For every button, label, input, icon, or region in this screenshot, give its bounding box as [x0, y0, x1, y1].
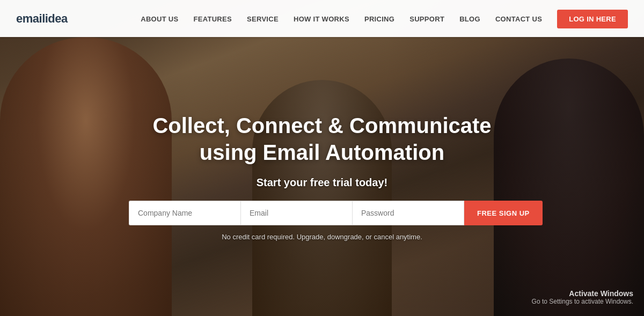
nav-link-pricing[interactable]: PRICING	[364, 15, 394, 23]
windows-notice-title: Activate Windows	[532, 289, 633, 298]
nav-link-service[interactable]: SERVICE	[247, 15, 279, 23]
hero-section: Collect, Connect & Communicate using Ema…	[0, 37, 644, 316]
windows-activation-notice: Activate Windows Go to Settings to activ…	[532, 289, 633, 305]
disclaimer-text: No credit card required. Upgrade, downgr…	[222, 233, 422, 241]
company-name-input[interactable]	[129, 201, 240, 225]
nav-link-features[interactable]: FEATURES	[194, 15, 232, 23]
nav-item-features[interactable]: FEATURES	[194, 14, 232, 24]
nav-link-blog[interactable]: BLOG	[459, 15, 480, 23]
nav-link-support[interactable]: SUPPORT	[409, 15, 444, 23]
nav-link-about[interactable]: ABOUT US	[141, 15, 178, 23]
navbar: emailidea ABOUT US FEATURES SERVICE HOW …	[0, 0, 644, 37]
nav-link-contact[interactable]: CONTACT US	[495, 15, 542, 23]
email-input[interactable]	[240, 201, 352, 225]
hero-subtitle: Start your free trial today!	[257, 177, 388, 189]
nav-link-how-it-works[interactable]: HOW IT WORKS	[294, 15, 349, 23]
logo[interactable]: emailidea	[16, 12, 68, 26]
password-input[interactable]	[352, 201, 464, 225]
free-signup-button[interactable]: FREE SIGN UP	[464, 201, 543, 225]
nav-item-how-it-works[interactable]: HOW IT WORKS	[294, 14, 349, 24]
nav-item-about[interactable]: ABOUT US	[141, 14, 178, 24]
nav-links: ABOUT US FEATURES SERVICE HOW IT WORKS P…	[141, 14, 628, 24]
nav-item-pricing[interactable]: PRICING	[364, 14, 394, 24]
nav-item-service[interactable]: SERVICE	[247, 14, 279, 24]
nav-item-support[interactable]: SUPPORT	[409, 14, 444, 24]
windows-notice-subtitle: Go to Settings to activate Windows.	[532, 298, 633, 305]
hero-title: Collect, Connect & Communicate using Ema…	[129, 112, 515, 166]
nav-item-contact[interactable]: CONTACT US	[495, 14, 542, 24]
login-button[interactable]: LOG IN HERE	[557, 10, 628, 28]
signup-form: FREE SIGN UP	[129, 201, 515, 225]
nav-item-blog[interactable]: BLOG	[459, 14, 480, 24]
nav-item-login[interactable]: LOG IN HERE	[557, 14, 628, 24]
